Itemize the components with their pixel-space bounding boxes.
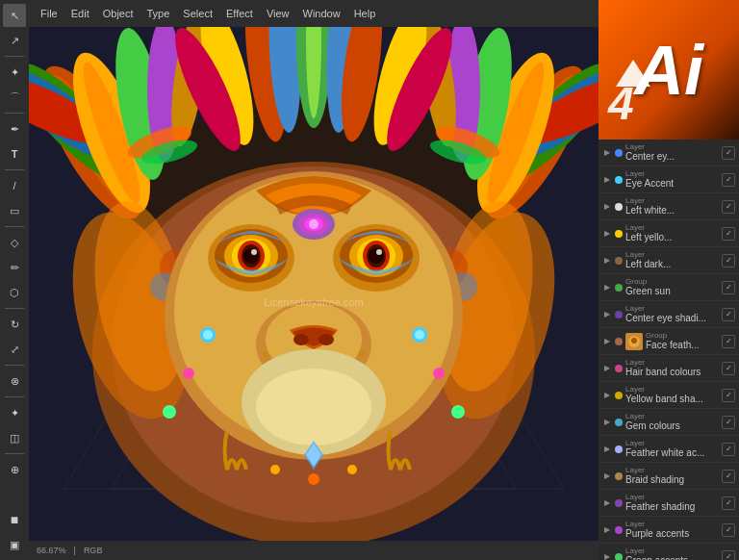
svg-point-75 bbox=[319, 334, 334, 345]
layer-name: Feather white ac... bbox=[625, 447, 720, 459]
layer-visibility-toggle[interactable] bbox=[722, 200, 735, 214]
layer-name: Feather shading bbox=[625, 501, 720, 513]
menu-window[interactable]: Window bbox=[299, 6, 344, 21]
layer-item[interactable]: ▶ Layer Braid shading bbox=[599, 463, 739, 490]
layer-expand-icon[interactable]: ▶ bbox=[602, 391, 612, 400]
pen-tool[interactable]: ✒ bbox=[3, 117, 26, 140]
layer-visibility-toggle[interactable] bbox=[722, 443, 735, 456]
pencil-tool[interactable]: ✏ bbox=[3, 256, 26, 279]
layer-expand-icon[interactable]: ▶ bbox=[602, 364, 612, 373]
status-color-mode: RGB bbox=[84, 546, 103, 555]
eyedropper-tool[interactable]: ✦ bbox=[3, 401, 26, 424]
layer-expand-icon[interactable]: ▶ bbox=[602, 337, 612, 346]
lasso-tool[interactable]: ⌒ bbox=[3, 86, 26, 109]
fill-stroke[interactable]: ■ bbox=[3, 508, 26, 531]
layer-visibility-toggle[interactable] bbox=[722, 362, 735, 375]
selection-tool[interactable]: ↖ bbox=[3, 4, 26, 27]
paintbrush-tool[interactable]: ◇ bbox=[3, 231, 26, 254]
layer-item[interactable]: ▶ Layer Center eye shadi... bbox=[599, 301, 739, 328]
menu-file[interactable]: File bbox=[37, 6, 62, 21]
artwork-canvas[interactable]: Licensekeysfree.com bbox=[29, 27, 599, 541]
layer-expand-icon[interactable]: ▶ bbox=[602, 552, 612, 561]
layer-item[interactable]: ▶ Layer Gem colours bbox=[599, 409, 739, 436]
blend-tool[interactable]: ⊗ bbox=[3, 369, 26, 393]
layer-item[interactable]: ▶ Layer Yellow band sha... bbox=[599, 382, 739, 409]
status-separator: | bbox=[74, 546, 76, 555]
layer-item[interactable]: ▶ Layer Left yello... bbox=[599, 220, 739, 247]
layer-visibility-toggle[interactable] bbox=[722, 254, 735, 267]
gradient-tool[interactable]: ◫ bbox=[3, 426, 26, 449]
eraser-tool[interactable]: ⬡ bbox=[3, 281, 26, 304]
layer-item[interactable]: ▶ Group Face feath... bbox=[599, 328, 739, 355]
layer-item[interactable]: ▶ Layer Feather white ac... bbox=[599, 436, 739, 463]
menu-select[interactable]: Select bbox=[179, 6, 217, 21]
layer-expand-icon[interactable]: ▶ bbox=[602, 256, 612, 266]
layer-visibility-toggle[interactable] bbox=[722, 308, 735, 321]
layer-label-group: Layer Hair band colours bbox=[625, 359, 720, 378]
layer-visibility-toggle[interactable] bbox=[722, 173, 735, 187]
layer-item[interactable]: ▶ Group Green sun bbox=[599, 274, 739, 301]
rectangle-tool[interactable]: ▭ bbox=[3, 199, 26, 222]
layer-item[interactable]: ▶ Layer Purple accents bbox=[599, 517, 739, 544]
layer-name: Face feath... bbox=[646, 340, 720, 351]
layer-type: Layer bbox=[625, 251, 720, 259]
layer-item[interactable]: ▶ Layer Green accents bbox=[599, 544, 739, 560]
menu-help[interactable]: Help bbox=[350, 6, 380, 21]
menu-type[interactable]: Type bbox=[143, 6, 174, 21]
layer-visibility-toggle[interactable] bbox=[722, 470, 735, 483]
layer-label-group: Layer Left white... bbox=[625, 197, 720, 216]
layer-label-group: Layer Center eye shadi... bbox=[625, 305, 720, 324]
layer-color-dot bbox=[615, 257, 623, 265]
zoom-tool[interactable]: ⊕ bbox=[3, 458, 26, 481]
layer-color-dot bbox=[615, 392, 623, 399]
layer-expand-icon[interactable]: ▶ bbox=[602, 229, 612, 239]
layer-expand-icon[interactable]: ▶ bbox=[602, 283, 612, 293]
layer-visibility-toggle[interactable] bbox=[722, 281, 735, 294]
layer-visibility-toggle[interactable] bbox=[722, 550, 735, 561]
layer-expand-icon[interactable]: ▶ bbox=[602, 310, 612, 319]
menu-edit[interactable]: Edit bbox=[67, 6, 93, 21]
scale-tool[interactable]: ⤢ bbox=[3, 338, 26, 361]
layer-visibility-toggle[interactable] bbox=[722, 416, 735, 429]
layer-type: Layer bbox=[625, 224, 720, 232]
layer-visibility-toggle[interactable] bbox=[722, 227, 735, 241]
rotate-tool[interactable]: ↻ bbox=[3, 313, 26, 336]
layer-visibility-toggle[interactable] bbox=[722, 335, 735, 348]
layer-expand-icon[interactable]: ▶ bbox=[602, 175, 612, 185]
layer-item[interactable]: ▶ Layer Center ey... bbox=[599, 140, 739, 166]
direct-selection-tool[interactable]: ↗ bbox=[3, 29, 26, 52]
layer-expand-icon[interactable]: ▶ bbox=[602, 418, 612, 427]
layer-visibility-toggle[interactable] bbox=[722, 146, 735, 160]
layer-expand-icon[interactable]: ▶ bbox=[602, 525, 612, 535]
layer-label-group: Layer Yellow band sha... bbox=[625, 386, 720, 405]
layer-expand-icon[interactable]: ▶ bbox=[602, 445, 612, 454]
layer-visibility-toggle[interactable] bbox=[722, 523, 735, 537]
menu-view[interactable]: View bbox=[263, 6, 293, 21]
menu-effect[interactable]: Effect bbox=[222, 6, 257, 21]
menu-object[interactable]: Object bbox=[99, 6, 138, 21]
status-zoom: 66.67% bbox=[37, 546, 66, 555]
layer-expand-icon[interactable]: ▶ bbox=[602, 498, 612, 508]
layer-item[interactable]: ▶ Layer Feather shading bbox=[599, 490, 739, 517]
magic-wand-tool[interactable]: ✦ bbox=[3, 61, 26, 84]
layer-type: Group bbox=[625, 278, 720, 286]
layer-label-group: Layer Center ey... bbox=[625, 143, 720, 163]
layer-visibility-toggle[interactable] bbox=[722, 496, 735, 510]
layer-item[interactable]: ▶ Layer Eye Accent bbox=[599, 166, 739, 193]
toolbar-separator-8 bbox=[5, 453, 24, 454]
layer-label-group: Group Green sun bbox=[625, 278, 720, 297]
svg-point-67 bbox=[376, 249, 382, 255]
layer-visibility-toggle[interactable] bbox=[722, 389, 735, 402]
layer-item[interactable]: ▶ Layer Hair band colours bbox=[599, 355, 739, 382]
layer-expand-icon[interactable]: ▶ bbox=[602, 202, 612, 212]
layer-expand-icon[interactable]: ▶ bbox=[602, 471, 612, 481]
layer-color-dot bbox=[615, 472, 623, 480]
svg-point-59 bbox=[251, 249, 257, 255]
layer-item[interactable]: ▶ Layer Left dark... bbox=[599, 247, 739, 274]
layer-expand-icon[interactable]: ▶ bbox=[602, 148, 612, 158]
line-tool[interactable]: / bbox=[3, 174, 26, 197]
layer-item[interactable]: ▶ Layer Left white... bbox=[599, 193, 739, 220]
screen-mode[interactable]: ▣ bbox=[3, 533, 26, 556]
layer-label-group: Layer Green accents bbox=[625, 547, 720, 561]
type-tool[interactable]: T bbox=[3, 142, 26, 165]
